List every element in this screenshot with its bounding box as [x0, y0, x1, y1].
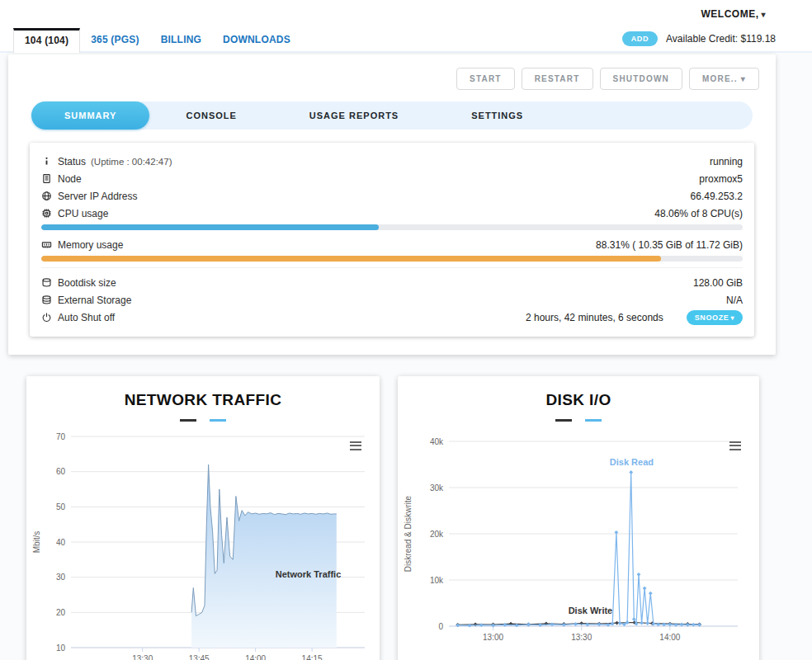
svg-text:40k: 40k [430, 436, 444, 446]
welcome-menu[interactable]: WELCOME,▾ [701, 8, 766, 20]
shutdown-button[interactable]: SHUTDOWN [600, 68, 682, 90]
memory-label: Memory usage [58, 239, 123, 251]
memory-row: Memory usage 88.31% ( 10.35 GiB of 11.72… [41, 236, 743, 253]
power-icon [41, 312, 58, 323]
welcome-label: WELCOME, [701, 8, 758, 20]
subtab-bar: SUMMARY CONSOLE USAGE REPORTS SETTINGS [31, 101, 753, 130]
node-value: proxmox5 [699, 173, 743, 185]
ip-label: Server IP Address [58, 191, 138, 202]
uptime-label: (Uptime : 00:42:47) [91, 157, 172, 167]
tab-usage-reports[interactable]: USAGE REPORTS [273, 111, 435, 120]
tab-settings[interactable]: SETTINGS [435, 111, 559, 120]
tab-bar: 104 (104) 365 (PGS) BILLING DOWNLOADS AD… [0, 28, 812, 53]
tab-downloads[interactable]: DOWNLOADS [212, 28, 301, 51]
node-label: Node [58, 173, 82, 185]
disk-chart-top-legend [398, 419, 759, 422]
svg-text:20k: 20k [430, 529, 444, 538]
tab-vm-104[interactable]: 104 (104) [13, 28, 80, 53]
memory-icon [41, 239, 58, 250]
network-chart-legend [26, 419, 380, 422]
bootdisk-row: Bootdisk size 128.00 GiB [41, 274, 743, 291]
svg-text:Diskread & Diskwrite: Diskread & Diskwrite [404, 495, 413, 572]
svg-text:14:15: 14:15 [302, 654, 323, 660]
cpu-row: CPU usage 48.06% of 8 CPU(s) [41, 205, 743, 222]
charts-row: NETWORK TRAFFIC 1020304050607013:3013:45… [26, 376, 759, 660]
network-chart-title: NETWORK TRAFFIC [26, 391, 380, 409]
available-credit: Available Credit: $119.18 [666, 33, 776, 45]
memory-progress [41, 256, 743, 262]
ip-row: Server IP Address 66.49.253.2 [41, 187, 743, 205]
bootdisk-label: Bootdisk size [58, 277, 116, 289]
svg-text:70: 70 [56, 431, 66, 441]
svg-text:Disk Write: Disk Write [569, 606, 613, 615]
svg-text:13:30: 13:30 [571, 633, 592, 642]
divider [41, 267, 743, 268]
legend-dash-blue[interactable] [585, 419, 602, 422]
svg-text:20: 20 [56, 607, 66, 616]
server-icon [41, 173, 58, 184]
svg-text:40: 40 [56, 537, 66, 546]
summary-info-card: Status (Uptime : 00:42:47) running Node … [30, 143, 754, 337]
tab-billing[interactable]: BILLING [150, 28, 212, 51]
add-button[interactable]: ADD [622, 31, 658, 46]
globe-icon [41, 191, 58, 201]
start-button[interactable]: START [456, 68, 515, 90]
network-traffic-card: NETWORK TRAFFIC 1020304050607013:3013:45… [26, 376, 380, 660]
cpu-progress-fill [41, 224, 379, 230]
svg-text:50: 50 [56, 502, 66, 511]
network-traffic-chart: 1020304050607013:3013:4514:0014:15Mbit/s… [30, 430, 376, 660]
svg-text:13:45: 13:45 [189, 654, 210, 660]
bootdisk-value: 128.00 GiB [693, 277, 743, 289]
legend-dash-black[interactable] [180, 419, 196, 422]
svg-text:60: 60 [56, 467, 66, 476]
svg-text:30k: 30k [430, 483, 444, 492]
disk-io-card: DISK I/O 010k20k30k40k13:0013:3014:00Dis… [398, 376, 759, 660]
status-value: running [710, 156, 743, 167]
chevron-down-icon: ▾ [741, 74, 746, 83]
svg-text:Mbit/s: Mbit/s [32, 530, 41, 553]
auto-shutoff-value: 2 hours, 42 minutes, 6 seconds [526, 312, 663, 323]
disk-io-chart: 010k20k30k40k13:0013:3014:00Diskread & D… [401, 430, 754, 654]
top-header: WELCOME,▾ [0, 0, 812, 28]
disk-icon [41, 277, 58, 288]
chart-menu-icon[interactable] [729, 439, 741, 452]
auto-shutoff-row: Auto Shut off 2 hours, 42 minutes, 6 sec… [41, 309, 743, 326]
more-button[interactable]: MORE..▾ [689, 68, 759, 90]
svg-text:30: 30 [56, 573, 66, 582]
tab-console[interactable]: CONSOLE [149, 111, 272, 120]
svg-text:Network Traffic: Network Traffic [276, 568, 341, 578]
svg-text:10k: 10k [430, 575, 444, 584]
svg-text:Disk Read: Disk Read [610, 457, 654, 467]
cpu-value: 48.06% of 8 CPU(s) [654, 208, 743, 219]
tab-vm-365[interactable]: 365 (PGS) [80, 28, 150, 51]
restart-button[interactable]: RESTART [522, 68, 593, 90]
snooze-button[interactable]: SNOOZE▾ [687, 310, 743, 325]
external-storage-row: External Storage N/A [41, 291, 743, 309]
chevron-down-icon: ▾ [730, 314, 734, 322]
cpu-label: CPU usage [58, 208, 108, 219]
memory-value: 88.31% ( 10.35 GiB of 11.72 GiB) [596, 239, 743, 251]
snooze-label: SNOOZE [695, 314, 729, 322]
ip-value: 66.49.253.2 [691, 191, 743, 202]
storage-icon [41, 295, 58, 305]
memory-progress-fill [41, 256, 661, 262]
node-row: Node proxmox5 [41, 170, 743, 187]
cpu-progress [41, 224, 743, 230]
svg-text:13:00: 13:00 [483, 633, 503, 642]
vm-actions: START RESTART SHUTDOWN MORE..▾ [21, 68, 762, 90]
auto-shutoff-label: Auto Shut off [58, 312, 115, 323]
vm-panel: START RESTART SHUTDOWN MORE..▾ SUMMARY C… [8, 54, 776, 355]
svg-text:0: 0 [438, 621, 443, 630]
info-icon [41, 156, 58, 167]
status-row: Status (Uptime : 00:42:47) running [41, 153, 743, 170]
more-label: MORE.. [702, 74, 738, 83]
legend-dash-blue[interactable] [210, 419, 226, 422]
external-storage-label: External Storage [58, 295, 131, 306]
legend-dash-black[interactable] [555, 419, 572, 422]
svg-text:10: 10 [56, 643, 66, 652]
disk-chart-title: DISK I/O [398, 391, 759, 409]
tab-summary[interactable]: SUMMARY [31, 101, 149, 130]
svg-text:14:00: 14:00 [245, 654, 266, 660]
svg-text:13:30: 13:30 [132, 654, 153, 660]
chart-menu-icon[interactable] [350, 439, 361, 452]
